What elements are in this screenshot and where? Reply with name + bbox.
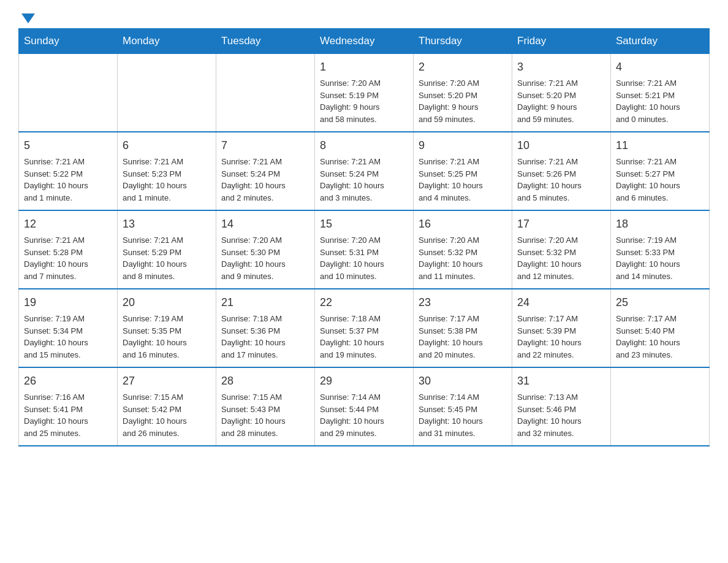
- day-cell-26: 26Sunrise: 7:16 AM Sunset: 5:41 PM Dayli…: [19, 367, 118, 446]
- day-number: 10: [517, 137, 605, 153]
- empty-cell: [611, 367, 710, 446]
- day-info: Sunrise: 7:17 AM Sunset: 5:38 PM Dayligh…: [419, 313, 507, 361]
- day-number: 16: [419, 216, 507, 232]
- day-info: Sunrise: 7:15 AM Sunset: 5:43 PM Dayligh…: [221, 391, 309, 439]
- day-cell-19: 19Sunrise: 7:19 AM Sunset: 5:34 PM Dayli…: [19, 289, 118, 367]
- day-number: 27: [123, 373, 211, 389]
- day-info: Sunrise: 7:20 AM Sunset: 5:30 PM Dayligh…: [221, 234, 309, 282]
- day-info: Sunrise: 7:20 AM Sunset: 5:32 PM Dayligh…: [419, 234, 507, 282]
- day-number: 14: [221, 216, 309, 232]
- day-info: Sunrise: 7:21 AM Sunset: 5:20 PM Dayligh…: [517, 77, 605, 125]
- day-info: Sunrise: 7:21 AM Sunset: 5:23 PM Dayligh…: [123, 156, 211, 204]
- weekday-header-saturday: Saturday: [611, 29, 710, 54]
- empty-cell: [216, 54, 315, 132]
- weekday-header-tuesday: Tuesday: [216, 29, 315, 54]
- weekday-header-friday: Friday: [512, 29, 611, 54]
- day-number: 18: [616, 216, 704, 232]
- day-info: Sunrise: 7:21 AM Sunset: 5:21 PM Dayligh…: [616, 77, 704, 125]
- header: [18, 12, 710, 22]
- day-number: 26: [24, 373, 112, 389]
- week-row-5: 26Sunrise: 7:16 AM Sunset: 5:41 PM Dayli…: [19, 367, 710, 446]
- day-number: 11: [616, 137, 704, 153]
- day-number: 21: [221, 294, 309, 310]
- day-cell-13: 13Sunrise: 7:21 AM Sunset: 5:29 PM Dayli…: [118, 210, 216, 289]
- logo: [18, 12, 35, 22]
- day-cell-29: 29Sunrise: 7:14 AM Sunset: 5:44 PM Dayli…: [315, 367, 414, 446]
- day-info: Sunrise: 7:16 AM Sunset: 5:41 PM Dayligh…: [24, 391, 112, 439]
- day-info: Sunrise: 7:20 AM Sunset: 5:20 PM Dayligh…: [419, 77, 507, 125]
- day-info: Sunrise: 7:20 AM Sunset: 5:19 PM Dayligh…: [320, 77, 408, 125]
- day-number: 22: [320, 294, 408, 310]
- day-info: Sunrise: 7:17 AM Sunset: 5:39 PM Dayligh…: [517, 313, 605, 361]
- day-info: Sunrise: 7:20 AM Sunset: 5:32 PM Dayligh…: [517, 234, 605, 282]
- day-number: 2: [419, 59, 507, 75]
- weekday-header-sunday: Sunday: [19, 29, 118, 54]
- day-cell-4: 4Sunrise: 7:21 AM Sunset: 5:21 PM Daylig…: [611, 54, 710, 132]
- empty-cell: [118, 54, 216, 132]
- day-cell-25: 25Sunrise: 7:17 AM Sunset: 5:40 PM Dayli…: [611, 289, 710, 367]
- day-info: Sunrise: 7:14 AM Sunset: 5:44 PM Dayligh…: [320, 391, 408, 439]
- day-info: Sunrise: 7:21 AM Sunset: 5:25 PM Dayligh…: [419, 156, 507, 204]
- day-info: Sunrise: 7:19 AM Sunset: 5:34 PM Dayligh…: [24, 313, 112, 361]
- day-cell-5: 5Sunrise: 7:21 AM Sunset: 5:22 PM Daylig…: [19, 132, 118, 210]
- weekday-header-thursday: Thursday: [414, 29, 512, 54]
- day-cell-3: 3Sunrise: 7:21 AM Sunset: 5:20 PM Daylig…: [512, 54, 611, 132]
- day-info: Sunrise: 7:18 AM Sunset: 5:36 PM Dayligh…: [221, 313, 309, 361]
- day-info: Sunrise: 7:21 AM Sunset: 5:26 PM Dayligh…: [517, 156, 605, 204]
- week-row-2: 5Sunrise: 7:21 AM Sunset: 5:22 PM Daylig…: [19, 132, 710, 210]
- day-cell-6: 6Sunrise: 7:21 AM Sunset: 5:23 PM Daylig…: [118, 132, 216, 210]
- day-info: Sunrise: 7:21 AM Sunset: 5:29 PM Dayligh…: [123, 234, 211, 282]
- day-number: 25: [616, 294, 704, 310]
- day-info: Sunrise: 7:19 AM Sunset: 5:35 PM Dayligh…: [123, 313, 211, 361]
- day-number: 1: [320, 59, 408, 75]
- day-number: 13: [123, 216, 211, 232]
- logo-triangle-icon: [21, 13, 35, 23]
- day-info: Sunrise: 7:20 AM Sunset: 5:31 PM Dayligh…: [320, 234, 408, 282]
- week-row-4: 19Sunrise: 7:19 AM Sunset: 5:34 PM Dayli…: [19, 289, 710, 367]
- day-info: Sunrise: 7:14 AM Sunset: 5:45 PM Dayligh…: [419, 391, 507, 439]
- day-cell-11: 11Sunrise: 7:21 AM Sunset: 5:27 PM Dayli…: [611, 132, 710, 210]
- day-number: 28: [221, 373, 309, 389]
- day-number: 24: [517, 294, 605, 310]
- day-cell-9: 9Sunrise: 7:21 AM Sunset: 5:25 PM Daylig…: [414, 132, 512, 210]
- week-row-3: 12Sunrise: 7:21 AM Sunset: 5:28 PM Dayli…: [19, 210, 710, 289]
- day-info: Sunrise: 7:13 AM Sunset: 5:46 PM Dayligh…: [517, 391, 605, 439]
- day-cell-28: 28Sunrise: 7:15 AM Sunset: 5:43 PM Dayli…: [216, 367, 315, 446]
- day-info: Sunrise: 7:19 AM Sunset: 5:33 PM Dayligh…: [616, 234, 704, 282]
- day-number: 4: [616, 59, 704, 75]
- day-cell-20: 20Sunrise: 7:19 AM Sunset: 5:35 PM Dayli…: [118, 289, 216, 367]
- day-number: 8: [320, 137, 408, 153]
- day-cell-31: 31Sunrise: 7:13 AM Sunset: 5:46 PM Dayli…: [512, 367, 611, 446]
- day-number: 29: [320, 373, 408, 389]
- day-number: 12: [24, 216, 112, 232]
- day-info: Sunrise: 7:21 AM Sunset: 5:24 PM Dayligh…: [221, 156, 309, 204]
- day-cell-17: 17Sunrise: 7:20 AM Sunset: 5:32 PM Dayli…: [512, 210, 611, 289]
- day-number: 15: [320, 216, 408, 232]
- day-cell-22: 22Sunrise: 7:18 AM Sunset: 5:37 PM Dayli…: [315, 289, 414, 367]
- day-info: Sunrise: 7:21 AM Sunset: 5:27 PM Dayligh…: [616, 156, 704, 204]
- day-cell-30: 30Sunrise: 7:14 AM Sunset: 5:45 PM Dayli…: [414, 367, 512, 446]
- day-cell-2: 2Sunrise: 7:20 AM Sunset: 5:20 PM Daylig…: [414, 54, 512, 132]
- day-info: Sunrise: 7:18 AM Sunset: 5:37 PM Dayligh…: [320, 313, 408, 361]
- day-cell-14: 14Sunrise: 7:20 AM Sunset: 5:30 PM Dayli…: [216, 210, 315, 289]
- weekday-header-wednesday: Wednesday: [315, 29, 414, 54]
- day-cell-7: 7Sunrise: 7:21 AM Sunset: 5:24 PM Daylig…: [216, 132, 315, 210]
- day-info: Sunrise: 7:17 AM Sunset: 5:40 PM Dayligh…: [616, 313, 704, 361]
- empty-cell: [19, 54, 118, 132]
- day-info: Sunrise: 7:21 AM Sunset: 5:22 PM Dayligh…: [24, 156, 112, 204]
- day-number: 31: [517, 373, 605, 389]
- calendar-table: SundayMondayTuesdayWednesdayThursdayFrid…: [18, 28, 710, 446]
- day-cell-10: 10Sunrise: 7:21 AM Sunset: 5:26 PM Dayli…: [512, 132, 611, 210]
- day-cell-21: 21Sunrise: 7:18 AM Sunset: 5:36 PM Dayli…: [216, 289, 315, 367]
- day-number: 20: [123, 294, 211, 310]
- day-cell-27: 27Sunrise: 7:15 AM Sunset: 5:42 PM Dayli…: [118, 367, 216, 446]
- week-row-1: 1Sunrise: 7:20 AM Sunset: 5:19 PM Daylig…: [19, 54, 710, 132]
- day-cell-24: 24Sunrise: 7:17 AM Sunset: 5:39 PM Dayli…: [512, 289, 611, 367]
- day-cell-12: 12Sunrise: 7:21 AM Sunset: 5:28 PM Dayli…: [19, 210, 118, 289]
- day-number: 23: [419, 294, 507, 310]
- day-cell-1: 1Sunrise: 7:20 AM Sunset: 5:19 PM Daylig…: [315, 54, 414, 132]
- day-cell-23: 23Sunrise: 7:17 AM Sunset: 5:38 PM Dayli…: [414, 289, 512, 367]
- day-number: 5: [24, 137, 112, 153]
- weekday-header-row: SundayMondayTuesdayWednesdayThursdayFrid…: [19, 29, 710, 54]
- day-number: 9: [419, 137, 507, 153]
